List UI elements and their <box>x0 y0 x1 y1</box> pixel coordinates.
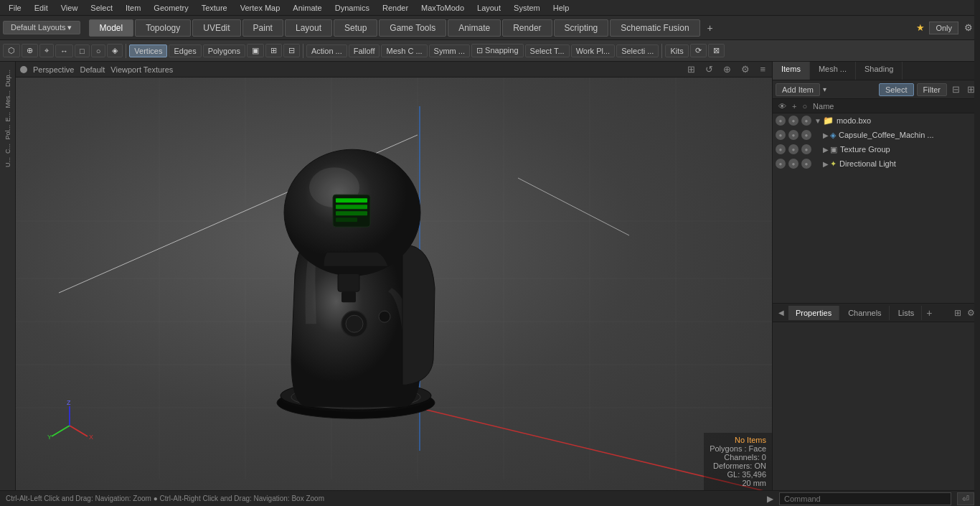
eye2-texture[interactable]: ● <box>788 144 798 154</box>
tree-item-texture-group[interactable]: ● ● ● ▶ ▣ Texture Group <box>773 142 980 156</box>
eye2-light[interactable]: ● <box>788 159 798 169</box>
edges-button[interactable]: Edges <box>169 44 201 57</box>
polygons-button[interactable]: Polygons <box>203 44 245 57</box>
layout-dropdown[interactable]: Default Layouts ▾ <box>3 21 80 34</box>
tab-mesh[interactable]: Mesh ... <box>810 62 856 80</box>
filter-button[interactable]: Filter <box>917 83 947 96</box>
only-button[interactable]: Only <box>929 22 958 34</box>
falloff-button[interactable]: Falloff <box>349 44 380 57</box>
items-expand-icon[interactable]: ⊟ <box>950 84 962 95</box>
props-scrollbar[interactable] <box>974 0 980 506</box>
viewport-rotate-icon[interactable]: ↺ <box>703 64 715 75</box>
status-arrow[interactable]: ▶ <box>767 494 773 504</box>
viewport-expand-icon[interactable]: ⊞ <box>685 64 697 75</box>
menu-view[interactable]: View <box>55 2 84 14</box>
tab-uvedit[interactable]: UVEdit <box>192 19 240 37</box>
tab-scripting[interactable]: Scripting <box>554 19 609 37</box>
menu-layout[interactable]: Layout <box>471 2 507 14</box>
eye3-texture[interactable]: ● <box>801 144 811 154</box>
kits-button[interactable]: Kits <box>665 44 688 57</box>
tab-topology[interactable]: Topology <box>135 19 191 37</box>
props-left-arrow[interactable]: ◀ <box>776 309 787 317</box>
add-tab-button[interactable]: + <box>702 19 719 37</box>
props-plus-button[interactable]: + <box>926 307 932 319</box>
menu-texture[interactable]: Texture <box>196 2 233 14</box>
tab-channels[interactable]: Channels <box>841 306 889 320</box>
tb2-transform-icon[interactable]: ↔ <box>55 44 73 57</box>
tab-render[interactable]: Render <box>502 19 552 37</box>
tab-properties[interactable]: Properties <box>788 306 839 320</box>
ls-item-pol[interactable]: Pol... <box>4 123 11 141</box>
tb2-diamond-icon[interactable]: ◈ <box>107 44 123 57</box>
viewport-perspective-label[interactable]: Perspective <box>33 65 74 74</box>
ls-item-uv[interactable]: U... <box>4 156 11 169</box>
eye2-capsule[interactable]: ● <box>788 130 798 140</box>
symm-button[interactable]: Symm ... <box>429 44 470 57</box>
tab-model[interactable]: Model <box>89 19 134 37</box>
tb2-hex-icon[interactable]: ⬡ <box>3 44 20 57</box>
menu-maxtomodo[interactable]: MaxToModo <box>415 2 470 14</box>
tree-item-directional-light[interactable]: ● ● ● ▶ ✦ Directional Light <box>773 156 980 171</box>
tab-schematic-fusion[interactable]: Schematic Fusion <box>610 19 699 37</box>
menu-edit[interactable]: Edit <box>29 2 54 14</box>
tab-setup[interactable]: Setup <box>334 19 377 37</box>
menu-animate[interactable]: Animate <box>287 2 327 14</box>
eye-modo-bxo[interactable]: ● <box>776 116 786 126</box>
tb2-close-icon[interactable]: ⊠ <box>708 44 725 57</box>
eye3-light[interactable]: ● <box>801 159 811 169</box>
tb2-crosshair-icon[interactable]: ⊕ <box>22 44 38 57</box>
add-item-button[interactable]: Add Item <box>776 83 820 96</box>
tab-shading[interactable]: Shading <box>856 62 903 80</box>
viewport-settings-icon[interactable]: ⚙ <box>739 64 752 75</box>
tb2-plus-icon[interactable]: ⊞ <box>265 44 282 57</box>
eye-texture[interactable]: ● <box>776 144 786 154</box>
tab-paint[interactable]: Paint <box>242 19 283 37</box>
viewport-active-dot[interactable] <box>20 66 27 73</box>
menu-system[interactable]: System <box>508 2 546 14</box>
tree-item-capsule[interactable]: ● ● ● ▶ ◈ Capsule_Coffee_Machin ... <box>773 128 980 142</box>
eye-capsule[interactable]: ● <box>776 130 786 140</box>
vertices-button[interactable]: Vertices <box>129 44 167 57</box>
menu-select[interactable]: Select <box>85 2 118 14</box>
ls-item-c[interactable]: C... <box>4 142 11 155</box>
select-button[interactable]: Select <box>879 83 914 96</box>
3d-scene[interactable]: X Y Z No Items Polygons : Face Channels:… <box>16 78 772 490</box>
menu-vertex-map[interactable]: Vertex Map <box>235 2 286 14</box>
action-button[interactable]: Action ... <box>306 44 347 57</box>
tb2-grid-icon[interactable]: ▣ <box>247 44 264 57</box>
menu-help[interactable]: Help <box>547 2 575 14</box>
menu-item[interactable]: Item <box>120 2 146 14</box>
eye-light[interactable]: ● <box>776 159 786 169</box>
snapping-button[interactable]: ⊡ Snapping <box>471 44 524 57</box>
select-t-button[interactable]: Select T... <box>525 44 570 57</box>
work-pl-button[interactable]: Work Pl... <box>571 44 615 57</box>
menu-dynamics[interactable]: Dynamics <box>329 2 375 14</box>
tb2-minus-icon[interactable]: ⊟ <box>283 44 300 57</box>
tab-animate[interactable]: Animate <box>448 19 501 37</box>
viewport-zoom-icon[interactable]: ⊕ <box>721 64 733 75</box>
selecti-button[interactable]: Selecti ... <box>616 44 659 57</box>
menu-file[interactable]: File <box>3 2 27 14</box>
command-input[interactable] <box>779 492 951 505</box>
eye3-modo-bxo[interactable]: ● <box>801 116 811 126</box>
viewport-textures-label[interactable]: Viewport Textures <box>110 65 173 74</box>
eye2-modo-bxo[interactable]: ● <box>788 116 798 126</box>
add-item-dropdown[interactable]: ▾ <box>823 85 826 93</box>
command-execute-button[interactable]: ⏎ <box>957 492 974 505</box>
tb2-square-icon[interactable]: □ <box>75 44 90 57</box>
tb2-refresh-icon[interactable]: ⟳ <box>690 44 707 57</box>
viewport[interactable]: Perspective Default Viewport Textures ⊞ … <box>16 62 772 490</box>
tb2-move-icon[interactable]: ⌖ <box>39 44 54 57</box>
tab-lists[interactable]: Lists <box>891 306 923 320</box>
ls-item-mes[interactable]: Mes... <box>4 89 11 110</box>
menu-geometry[interactable]: Geometry <box>148 2 194 14</box>
props-expand-icon[interactable]: ⊞ <box>952 308 963 318</box>
viewport-menu-icon[interactable]: ≡ <box>758 64 768 75</box>
menu-render[interactable]: Render <box>377 2 414 14</box>
ls-item-e[interactable]: E... <box>4 111 11 123</box>
eye3-capsule[interactable]: ● <box>801 130 811 140</box>
tb2-circle-icon[interactable]: ○ <box>91 44 106 57</box>
tab-items[interactable]: Items <box>773 62 810 80</box>
mesh-c-button[interactable]: Mesh C ... <box>381 44 427 57</box>
ls-item-dup[interactable]: Dup... <box>4 68 11 88</box>
